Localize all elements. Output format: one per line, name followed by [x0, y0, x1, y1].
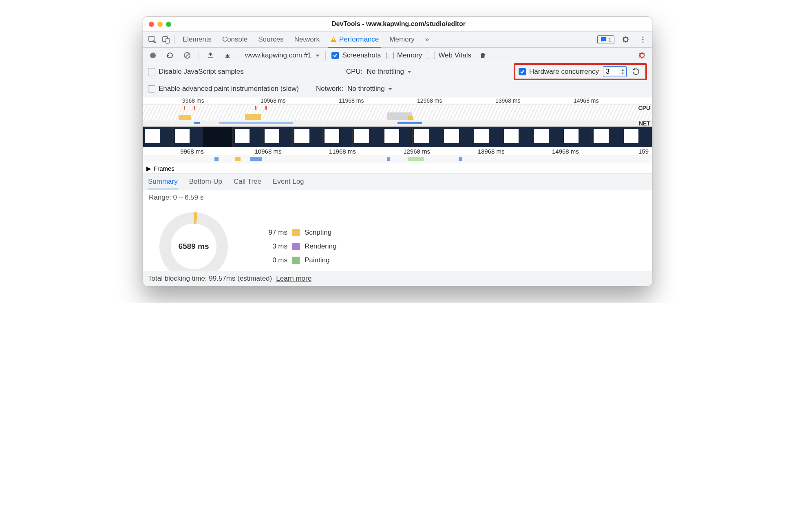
capture-options-row-1: Disable JavaScript samples CPU: No throt… [143, 63, 652, 80]
divider [174, 35, 174, 44]
gc-icon[interactable] [477, 50, 488, 61]
save-profile-icon[interactable] [222, 50, 233, 61]
window-title: DevTools - www.kapwing.com/studio/editor [171, 20, 626, 28]
details-tabs: Summary Bottom-Up Call Tree Event Log [143, 174, 652, 189]
tab-console[interactable]: Console [222, 32, 247, 47]
screenshots-filmstrip[interactable] [143, 127, 652, 147]
reset-concurrency-icon[interactable] [631, 66, 642, 77]
tabs-overflow[interactable]: » [425, 32, 429, 47]
legend-item: 0 ms Painting [263, 256, 336, 264]
svg-rect-4 [333, 41, 334, 42]
summary-panel: Range: 0 – 6.59 s 6589 ms 97 ms Scriptin… [143, 189, 652, 271]
web-vitals-checkbox[interactable]: Web Vitals [428, 51, 471, 59]
record-button[interactable] [147, 50, 159, 61]
tab-memory[interactable]: Memory [389, 32, 414, 47]
network-track[interactable] [143, 156, 652, 163]
memory-checkbox[interactable]: Memory [386, 51, 422, 59]
tab-performance-label: Performance [339, 35, 379, 44]
donut-center-value: 6589 ms [157, 210, 230, 271]
swatch-rendering-icon [292, 243, 300, 250]
cpu-throttle-select[interactable]: CPU: No throttling [346, 68, 411, 76]
hardware-concurrency-value[interactable] [603, 68, 619, 75]
network-overview-band[interactable]: NET [143, 121, 652, 127]
tab-performance[interactable]: Performance [330, 32, 379, 47]
svg-line-10 [185, 53, 189, 57]
stepper-icon[interactable]: ▲▼ [619, 68, 626, 75]
capture-settings-icon[interactable] [636, 50, 648, 61]
reload-record-button[interactable] [164, 50, 176, 61]
chevron-down-icon [316, 55, 320, 59]
kebab-menu-icon[interactable] [637, 34, 649, 45]
chat-icon [600, 36, 607, 43]
clear-button[interactable] [181, 50, 193, 61]
window-controls [149, 22, 171, 27]
zoom-window-button[interactable] [166, 22, 171, 27]
svg-point-7 [642, 41, 643, 42]
warning-icon [330, 36, 337, 43]
tbt-value: Total blocking time: 99.57ms (estimated) [148, 275, 272, 283]
recording-select[interactable]: www.kapwing.com #1 [245, 51, 320, 59]
activity-legend: 97 ms Scripting 3 ms Rendering 0 ms Pain… [263, 229, 336, 264]
tab-sources[interactable]: Sources [258, 32, 283, 47]
settings-icon[interactable] [620, 34, 632, 45]
chevron-down-icon [407, 71, 411, 75]
devtools-window: DevTools - www.kapwing.com/studio/editor… [143, 16, 652, 286]
network-throttle-select[interactable]: Network: No throttling [316, 85, 392, 93]
swatch-painting-icon [292, 257, 300, 264]
hardware-concurrency-input[interactable]: ▲▼ [603, 66, 627, 77]
net-overview-label: NET [639, 120, 650, 127]
svg-point-8 [150, 53, 156, 58]
capture-options-row-2: Enable advanced paint instrumentation (s… [143, 80, 652, 97]
tab-call-tree[interactable]: Call Tree [234, 174, 261, 189]
tab-bottom-up[interactable]: Bottom-Up [189, 174, 222, 189]
svg-point-6 [642, 39, 643, 40]
timeline-overview[interactable]: 9968 ms10968 ms 11968 ms12968 ms 13968 m… [143, 97, 652, 174]
performance-toolbar: www.kapwing.com #1 Screenshots Memory We… [143, 48, 652, 63]
flamechart-ruler: 9968 ms10968 ms 11968 ms12968 ms 13968 m… [143, 147, 652, 156]
svg-rect-3 [333, 38, 334, 40]
hardware-concurrency-group: Hardware concurrency ▲▼ [514, 63, 647, 80]
paint-instrumentation-checkbox[interactable]: Enable advanced paint instrumentation (s… [148, 85, 299, 93]
disable-js-samples-checkbox[interactable]: Disable JavaScript samples [148, 68, 244, 76]
svg-point-5 [642, 36, 643, 37]
legend-item: 97 ms Scripting [263, 229, 336, 237]
recording-name: www.kapwing.com #1 [245, 51, 311, 59]
load-profile-icon[interactable] [205, 50, 216, 61]
close-window-button[interactable] [149, 22, 154, 27]
messages-count: 1 [608, 36, 612, 43]
inspect-icon[interactable] [146, 34, 158, 45]
window-titlebar: DevTools - www.kapwing.com/studio/editor [143, 17, 652, 31]
legend-item: 3 ms Rendering [263, 242, 336, 251]
overview-ruler: 9968 ms10968 ms 11968 ms12968 ms 13968 m… [143, 97, 652, 105]
cpu-overview-label: CPU [638, 105, 650, 111]
tab-network[interactable]: Network [294, 32, 320, 47]
messages-badge[interactable]: 1 [597, 35, 614, 44]
frames-section-header[interactable]: ▶ Frames [143, 163, 652, 174]
status-bar: Total blocking time: 99.57ms (estimated)… [143, 271, 652, 286]
selection-range: Range: 0 – 6.59 s [149, 193, 646, 202]
tab-summary[interactable]: Summary [148, 174, 178, 189]
hardware-concurrency-checkbox[interactable]: Hardware concurrency [519, 68, 599, 76]
disclosure-triangle-icon: ▶ [146, 165, 151, 172]
svg-rect-2 [166, 38, 169, 43]
minimize-window-button[interactable] [157, 22, 163, 27]
chevron-down-icon [388, 88, 392, 92]
panel-tabs-row: Elements Console Sources Network Perform… [143, 31, 652, 48]
tab-event-log[interactable]: Event Log [273, 174, 304, 189]
device-toggle-icon[interactable] [160, 34, 172, 45]
cpu-overview-band[interactable]: CPU [143, 105, 652, 121]
learn-more-link[interactable]: Learn more [276, 275, 311, 283]
panel-tabs: Elements Console Sources Network Perform… [183, 32, 429, 47]
screenshots-checkbox[interactable]: Screenshots [331, 51, 381, 59]
tab-elements[interactable]: Elements [183, 32, 212, 47]
swatch-scripting-icon [292, 229, 300, 236]
activity-donut-chart: 6589 ms [157, 210, 230, 271]
